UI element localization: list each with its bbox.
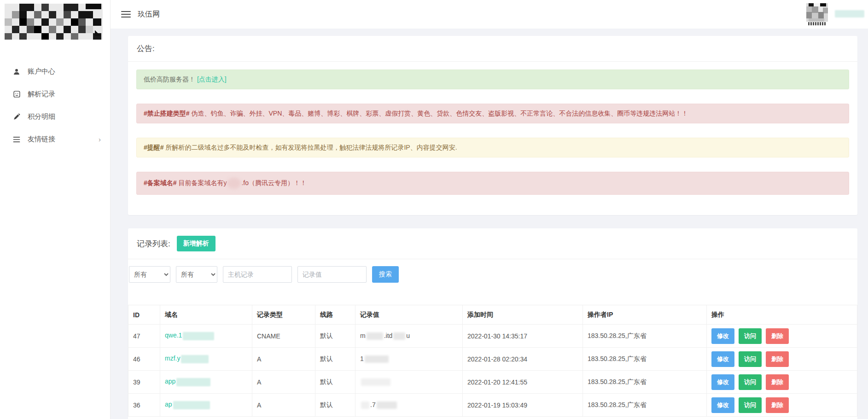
logo-mosaic-image (5, 4, 103, 40)
records-table: ID 域名 记录类型 线路 记录值 添加时间 操作者IP 操作 47 qwe.1… (128, 305, 857, 417)
add-record-button[interactable]: 新增解析 (177, 236, 216, 251)
cell-added-time: 2022-01-20 12:41:55 (463, 371, 583, 394)
alert-prefix: #提醒# (144, 144, 164, 151)
cell-record-type: A (252, 348, 315, 371)
avatar-caption-redacted (808, 22, 827, 25)
cell-actions: 修改访问删除 (707, 394, 857, 417)
topbar-right (806, 3, 864, 25)
alert-reminder: #提醒# 所解析的二级域名过多不能及时检查，如有发现将拉黑处理，触犯法律法规将所… (136, 138, 849, 157)
alert-text: 目前备案域名有y (177, 179, 227, 186)
redaction-patch (377, 402, 397, 409)
table-header-row: ID 域名 记录类型 线路 记录值 添加时间 操作者IP 操作 (128, 305, 857, 325)
cell-record-type: A (252, 394, 315, 417)
cell-actions: 修改访问删除 (707, 348, 857, 371)
col-domain: 域名 (160, 305, 252, 325)
sidebar-item-dns-records[interactable]: 解析记录 (0, 83, 110, 105)
value-text: m (360, 332, 366, 339)
cell-operator-ip: 183.50.28.25,广东省 (583, 348, 707, 371)
visit-button[interactable]: 访问 (739, 397, 762, 413)
sidebar-menu: 账户中心 解析记录 积分明细 友情链接 › (0, 60, 110, 151)
avatar[interactable] (806, 3, 828, 25)
cell-domain: ap (160, 394, 252, 417)
col-record-value: 记录值 (355, 305, 463, 325)
search-button[interactable]: 搜索 (372, 266, 399, 283)
redaction-patch (173, 401, 210, 409)
topbar: 玖伍网 (111, 0, 868, 29)
sidebar: 账户中心 解析记录 积分明细 友情链接 › (0, 0, 111, 419)
announcement-alerts: 低价高防服务器！ [点击进入] #禁止搭建类型# 伪造、钓鱼、诈骗、外挂、VPN… (128, 62, 857, 195)
records-badge-icon (12, 90, 21, 99)
cell-added-time: 2022-01-19 15:03:49 (463, 394, 583, 417)
records-title: 记录列表: (137, 239, 170, 249)
cell-operator-ip: 183.50.28.25,广东省 (583, 325, 707, 348)
cell-line: 默认 (315, 325, 355, 348)
alert-text: 伪造、钓鱼、诈骗、外挂、VPN、毒品、赌博、博彩、棋牌、彩票、虚假打赏、黄色、贷… (190, 110, 688, 117)
visit-button[interactable]: 访问 (739, 351, 762, 367)
filter-bar: 所有 所有 搜索 (128, 259, 857, 283)
alert-prefix: #禁止搭建类型# (144, 110, 190, 117)
cell-domain: mzf.y (160, 348, 252, 371)
records-header: 记录列表: 新增解析 (128, 228, 857, 259)
cell-operator-ip: 183.50.28.25,广东省 (583, 394, 707, 417)
sidebar-item-points-detail[interactable]: 积分明细 (0, 105, 110, 128)
alert-text: .fo（腾讯云专用）！！ (241, 179, 307, 186)
delete-button[interactable]: 删除 (766, 328, 789, 344)
sidebar-item-account-center[interactable]: 账户中心 (0, 60, 110, 83)
edit-button[interactable]: 修改 (711, 374, 734, 390)
delete-button[interactable]: 删除 (766, 374, 789, 390)
cell-domain: qwe.1 (160, 325, 252, 348)
delete-button[interactable]: 删除 (766, 397, 789, 413)
cell-added-time: 2022-01-28 02:20:34 (463, 348, 583, 371)
cell-line: 默认 (315, 394, 355, 417)
delete-button[interactable]: 删除 (766, 351, 789, 367)
line-filter-select[interactable]: 所有 (176, 266, 217, 283)
visit-button[interactable]: 访问 (739, 374, 762, 390)
records-card: 记录列表: 新增解析 所有 所有 搜索 ID 域名 记录类型 (128, 228, 857, 419)
col-actions: 操作 (707, 305, 857, 325)
domain-link[interactable]: mzf.y (165, 355, 180, 362)
redaction-patch (176, 378, 210, 386)
record-value-input[interactable] (297, 266, 367, 283)
chevron-right-icon: › (99, 135, 101, 143)
cell-id: 46 (128, 348, 160, 371)
cell-record-type: CNAME (252, 325, 315, 348)
sidebar-item-friend-links[interactable]: 友情链接 › (0, 128, 110, 151)
promo-link[interactable]: [点击进入] (197, 76, 227, 83)
table-row: 39 app A 默认 2022-01-20 12:41:55 183.50.2… (128, 371, 857, 394)
sidebar-item-label: 友情链接 (28, 135, 55, 144)
announcement-title: 公告: (128, 36, 857, 62)
value-text: .7 (370, 401, 376, 408)
cell-id: 39 (128, 371, 160, 394)
redaction-patch (393, 332, 405, 340)
user-icon (12, 68, 21, 76)
col-operator-ip: 操作者IP (583, 305, 707, 325)
domain-link[interactable]: qwe.1 (165, 332, 182, 339)
redaction-patch (181, 355, 209, 363)
menu-toggle-icon[interactable] (121, 9, 131, 19)
record-type-filter-select[interactable]: 所有 (129, 266, 170, 283)
edit-button[interactable]: 修改 (711, 397, 734, 413)
alert-text: 所解析的二级域名过多不能及时检查，如有发现将拉黑处理，触犯法律法规将所记录IP、… (164, 144, 457, 151)
main-content: 公告: 低价高防服务器！ [点击进入] #禁止搭建类型# 伪造、钓鱼、诈骗、外挂… (111, 29, 868, 419)
pen-icon (12, 113, 21, 121)
list-icon (12, 135, 21, 144)
value-text: .itd (384, 332, 393, 339)
logo-redacted-mosaic (0, 0, 110, 41)
domain-link[interactable]: ap (165, 401, 172, 408)
redaction-patch (361, 378, 390, 386)
sidebar-item-label: 解析记录 (28, 90, 55, 99)
host-record-input[interactable] (223, 266, 292, 283)
col-record-type: 记录类型 (252, 305, 315, 325)
cell-line: 默认 (315, 371, 355, 394)
redaction-patch (365, 355, 389, 363)
edit-button[interactable]: 修改 (711, 351, 734, 367)
avatar-mosaic-image (806, 3, 828, 22)
edit-button[interactable]: 修改 (711, 328, 734, 344)
redaction-patch (361, 402, 369, 409)
domain-link[interactable]: app (165, 378, 175, 385)
cell-record-value: m.itdu (355, 325, 463, 348)
visit-button[interactable]: 访问 (739, 328, 762, 344)
sidebar-item-label: 账户中心 (28, 67, 55, 76)
cell-actions: 修改访问删除 (707, 325, 857, 348)
redaction-patch (183, 332, 214, 340)
